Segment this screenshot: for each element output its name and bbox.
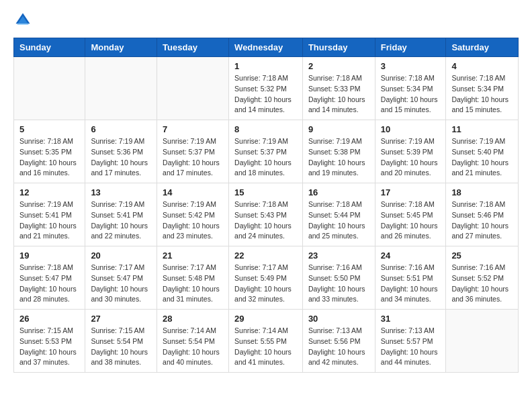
calendar-cell: 8Sunrise: 7:19 AM Sunset: 5:37 PM Daylig… <box>229 120 303 183</box>
weekday-header: Friday <box>375 38 446 57</box>
calendar-week-row: 19Sunrise: 7:18 AM Sunset: 5:47 PM Dayli… <box>14 246 519 310</box>
day-number: 19 <box>19 250 79 261</box>
calendar-cell: 19Sunrise: 7:18 AM Sunset: 5:47 PM Dayli… <box>14 246 85 310</box>
calendar-cell: 26Sunrise: 7:15 AM Sunset: 5:53 PM Dayli… <box>14 310 85 373</box>
day-info: Sunrise: 7:13 AM Sunset: 5:56 PM Dayligh… <box>308 326 369 368</box>
calendar-cell: 5Sunrise: 7:18 AM Sunset: 5:35 PM Daylig… <box>14 120 85 183</box>
logo <box>13 11 35 30</box>
calendar-cell: 27Sunrise: 7:15 AM Sunset: 5:54 PM Dayli… <box>85 310 157 373</box>
day-info: Sunrise: 7:13 AM Sunset: 5:57 PM Dayligh… <box>381 326 441 368</box>
calendar-table: SundayMondayTuesdayWednesdayThursdayFrid… <box>13 38 519 373</box>
day-number: 17 <box>381 187 441 197</box>
day-number: 8 <box>234 124 297 134</box>
calendar-cell: 15Sunrise: 7:18 AM Sunset: 5:43 PM Dayli… <box>229 183 303 246</box>
day-number: 13 <box>91 187 151 197</box>
day-number: 10 <box>381 124 441 134</box>
calendar-week-row: 5Sunrise: 7:18 AM Sunset: 5:35 PM Daylig… <box>14 120 519 183</box>
calendar-cell: 6Sunrise: 7:19 AM Sunset: 5:36 PM Daylig… <box>85 120 157 183</box>
day-number: 6 <box>91 124 151 134</box>
calendar-cell: 22Sunrise: 7:17 AM Sunset: 5:49 PM Dayli… <box>229 246 303 310</box>
day-info: Sunrise: 7:18 AM Sunset: 5:44 PM Dayligh… <box>308 199 369 242</box>
day-info: Sunrise: 7:14 AM Sunset: 5:55 PM Dayligh… <box>234 326 297 368</box>
calendar-cell: 2Sunrise: 7:18 AM Sunset: 5:33 PM Daylig… <box>302 57 375 120</box>
day-number: 25 <box>451 250 513 261</box>
day-info: Sunrise: 7:19 AM Sunset: 5:42 PM Dayligh… <box>163 199 223 242</box>
day-number: 2 <box>308 61 369 71</box>
calendar-cell: 25Sunrise: 7:16 AM Sunset: 5:52 PM Dayli… <box>446 246 519 310</box>
calendar-cell: 13Sunrise: 7:19 AM Sunset: 5:41 PM Dayli… <box>85 183 157 246</box>
day-info: Sunrise: 7:18 AM Sunset: 5:45 PM Dayligh… <box>381 199 441 242</box>
calendar-cell: 4Sunrise: 7:18 AM Sunset: 5:34 PM Daylig… <box>446 57 519 120</box>
day-number: 24 <box>381 250 441 261</box>
day-number: 30 <box>308 314 369 324</box>
calendar-cell: 29Sunrise: 7:14 AM Sunset: 5:55 PM Dayli… <box>229 310 303 373</box>
calendar-cell: 16Sunrise: 7:18 AM Sunset: 5:44 PM Dayli… <box>302 183 375 246</box>
day-info: Sunrise: 7:17 AM Sunset: 5:47 PM Dayligh… <box>91 263 151 305</box>
day-number: 20 <box>91 250 151 261</box>
day-number: 4 <box>451 61 513 71</box>
day-number: 3 <box>381 61 441 71</box>
calendar-cell: 9Sunrise: 7:19 AM Sunset: 5:38 PM Daylig… <box>302 120 375 183</box>
header <box>13 11 519 30</box>
calendar-cell <box>14 57 85 120</box>
calendar-week-row: 1Sunrise: 7:18 AM Sunset: 5:32 PM Daylig… <box>14 57 519 120</box>
day-info: Sunrise: 7:19 AM Sunset: 5:41 PM Dayligh… <box>19 199 79 242</box>
day-info: Sunrise: 7:15 AM Sunset: 5:53 PM Dayligh… <box>19 326 79 368</box>
day-info: Sunrise: 7:18 AM Sunset: 5:43 PM Dayligh… <box>234 199 297 242</box>
day-number: 7 <box>163 124 223 134</box>
day-info: Sunrise: 7:19 AM Sunset: 5:41 PM Dayligh… <box>91 199 151 242</box>
weekday-header: Wednesday <box>229 38 303 57</box>
calendar-cell <box>85 57 157 120</box>
day-info: Sunrise: 7:18 AM Sunset: 5:34 PM Dayligh… <box>451 73 513 116</box>
day-number: 18 <box>451 187 513 197</box>
calendar-cell: 23Sunrise: 7:16 AM Sunset: 5:50 PM Dayli… <box>302 246 375 310</box>
weekday-header: Sunday <box>14 38 85 57</box>
calendar-cell: 18Sunrise: 7:18 AM Sunset: 5:46 PM Dayli… <box>446 183 519 246</box>
calendar-cell <box>446 310 519 373</box>
day-info: Sunrise: 7:16 AM Sunset: 5:52 PM Dayligh… <box>451 263 513 305</box>
day-number: 28 <box>163 314 223 324</box>
day-number: 21 <box>163 250 223 261</box>
day-info: Sunrise: 7:19 AM Sunset: 5:36 PM Dayligh… <box>91 136 151 179</box>
calendar-cell: 31Sunrise: 7:13 AM Sunset: 5:57 PM Dayli… <box>375 310 446 373</box>
day-info: Sunrise: 7:18 AM Sunset: 5:46 PM Dayligh… <box>451 199 513 242</box>
calendar-cell: 30Sunrise: 7:13 AM Sunset: 5:56 PM Dayli… <box>302 310 375 373</box>
calendar-cell: 14Sunrise: 7:19 AM Sunset: 5:42 PM Dayli… <box>157 183 229 246</box>
weekday-header-row: SundayMondayTuesdayWednesdayThursdayFrid… <box>14 38 519 57</box>
day-info: Sunrise: 7:15 AM Sunset: 5:54 PM Dayligh… <box>91 326 151 368</box>
day-number: 14 <box>163 187 223 197</box>
calendar-cell: 12Sunrise: 7:19 AM Sunset: 5:41 PM Dayli… <box>14 183 85 246</box>
day-info: Sunrise: 7:18 AM Sunset: 5:35 PM Dayligh… <box>19 136 79 179</box>
day-number: 29 <box>234 314 297 324</box>
weekday-header: Saturday <box>446 38 519 57</box>
day-number: 5 <box>19 124 79 134</box>
day-number: 22 <box>234 250 297 261</box>
calendar-cell: 3Sunrise: 7:18 AM Sunset: 5:34 PM Daylig… <box>375 57 446 120</box>
calendar-week-row: 26Sunrise: 7:15 AM Sunset: 5:53 PM Dayli… <box>14 310 519 373</box>
day-info: Sunrise: 7:18 AM Sunset: 5:32 PM Dayligh… <box>234 73 297 116</box>
day-info: Sunrise: 7:16 AM Sunset: 5:51 PM Dayligh… <box>381 263 441 305</box>
day-info: Sunrise: 7:19 AM Sunset: 5:38 PM Dayligh… <box>308 136 369 179</box>
weekday-header: Tuesday <box>157 38 229 57</box>
calendar-cell: 17Sunrise: 7:18 AM Sunset: 5:45 PM Dayli… <box>375 183 446 246</box>
day-info: Sunrise: 7:19 AM Sunset: 5:39 PM Dayligh… <box>381 136 441 179</box>
calendar-cell: 1Sunrise: 7:18 AM Sunset: 5:32 PM Daylig… <box>229 57 303 120</box>
calendar-cell: 7Sunrise: 7:19 AM Sunset: 5:37 PM Daylig… <box>157 120 229 183</box>
day-info: Sunrise: 7:16 AM Sunset: 5:50 PM Dayligh… <box>308 263 369 305</box>
weekday-header: Monday <box>85 38 157 57</box>
calendar-cell: 10Sunrise: 7:19 AM Sunset: 5:39 PM Dayli… <box>375 120 446 183</box>
calendar-week-row: 12Sunrise: 7:19 AM Sunset: 5:41 PM Dayli… <box>14 183 519 246</box>
calendar-cell: 28Sunrise: 7:14 AM Sunset: 5:54 PM Dayli… <box>157 310 229 373</box>
day-info: Sunrise: 7:19 AM Sunset: 5:37 PM Dayligh… <box>163 136 223 179</box>
day-info: Sunrise: 7:14 AM Sunset: 5:54 PM Dayligh… <box>163 326 223 368</box>
day-info: Sunrise: 7:17 AM Sunset: 5:48 PM Dayligh… <box>163 263 223 305</box>
day-number: 26 <box>19 314 79 324</box>
calendar-cell <box>157 57 229 120</box>
day-number: 15 <box>234 187 297 197</box>
page: SundayMondayTuesdayWednesdayThursdayFrid… <box>0 0 532 383</box>
day-number: 27 <box>91 314 151 324</box>
day-info: Sunrise: 7:18 AM Sunset: 5:34 PM Dayligh… <box>381 73 441 116</box>
day-info: Sunrise: 7:17 AM Sunset: 5:49 PM Dayligh… <box>234 263 297 305</box>
day-number: 23 <box>308 250 369 261</box>
logo-icon <box>13 11 32 30</box>
